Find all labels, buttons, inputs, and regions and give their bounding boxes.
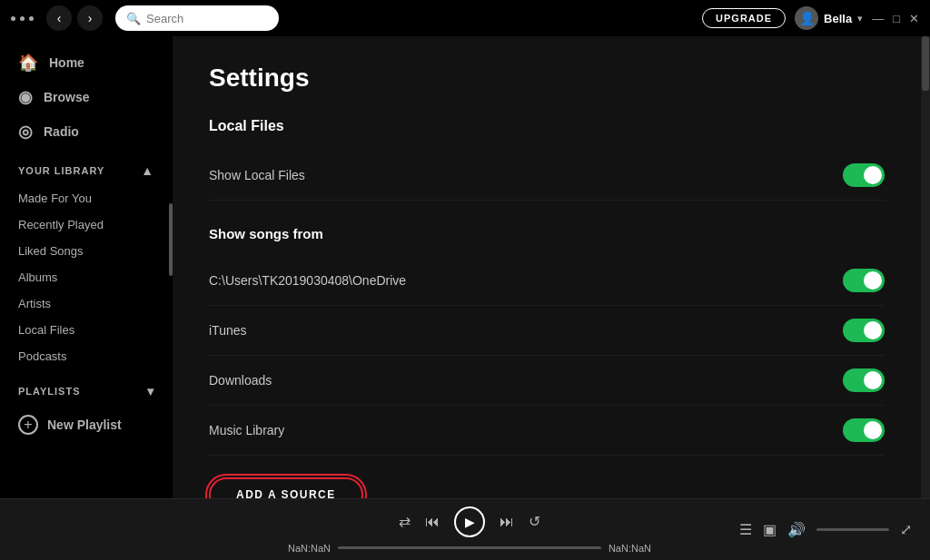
devices-button[interactable]: ▣: [763, 521, 777, 538]
close-button[interactable]: ✕: [909, 12, 919, 25]
previous-button[interactable]: ⏮: [425, 514, 440, 530]
page-title: Settings: [209, 64, 885, 93]
show-songs-section: Show songs from C:\Users\TK2019030408\On…: [209, 226, 885, 498]
titlebar-left: ‹ › 🔍: [11, 5, 279, 31]
playlists-section-label: PLAYLISTS: [18, 386, 81, 397]
toggle-thumb: [864, 321, 882, 339]
forward-button[interactable]: ›: [77, 5, 103, 31]
sidebar-item-liked-songs[interactable]: Liked Songs: [11, 238, 162, 264]
dots-menu[interactable]: [11, 16, 34, 21]
source-row-0: C:\Users\TK2019030408\OneDrive: [209, 256, 885, 306]
source-label-2: Downloads: [209, 373, 272, 388]
user-area[interactable]: 👤 Bella ▾: [795, 6, 863, 30]
chevron-down-icon: ▾: [857, 13, 863, 25]
progress-bar[interactable]: [338, 546, 601, 549]
next-button[interactable]: ⏭: [500, 514, 514, 530]
source-label-0: C:\Users\TK2019030408\OneDrive: [209, 273, 406, 288]
upgrade-button[interactable]: UPGRADE: [702, 8, 786, 28]
new-playlist-button[interactable]: + New Playlist: [0, 406, 173, 444]
search-input[interactable]: [146, 12, 268, 25]
progress-bar-container: NaN:NaN NaN:NaN: [288, 543, 651, 554]
show-songs-from-label: Show songs from: [209, 226, 885, 241]
sidebar-item-label: Home: [49, 55, 84, 70]
avatar: 👤: [795, 6, 818, 30]
library-links: Made For You Recently Played Liked Songs…: [0, 185, 173, 369]
sidebar-item-home[interactable]: 🏠 Home: [11, 45, 162, 80]
source-toggle-1[interactable]: [843, 319, 885, 342]
radio-icon: ◎: [18, 122, 33, 142]
play-button[interactable]: ▶: [454, 506, 485, 537]
sidebar-item-label: Browse: [44, 90, 90, 104]
collapse-icon[interactable]: ▲: [141, 163, 154, 178]
local-files-section-title: Local Files: [209, 118, 885, 134]
library-section-label: YOUR LIBRARY: [18, 165, 104, 176]
source-toggle-3[interactable]: [843, 418, 885, 442]
player-right: ☰ ▣ 🔊 ⤢: [739, 521, 912, 538]
volume-icon[interactable]: 🔊: [787, 521, 806, 538]
toggle-thumb: [864, 371, 882, 389]
source-row-1: iTunes: [209, 306, 885, 356]
add-source-button[interactable]: ADD A SOURCE: [209, 477, 363, 498]
source-toggle-0[interactable]: [843, 269, 885, 292]
sidebar-item-recently-played[interactable]: Recently Played: [11, 211, 162, 238]
playlists-section-header: PLAYLISTS ▾: [0, 369, 173, 406]
show-local-files-label: Show Local Files: [209, 168, 305, 182]
library-section-header: YOUR LIBRARY ▲: [0, 149, 173, 185]
repeat-button[interactable]: ↺: [529, 513, 540, 530]
time-left: NaN:NaN: [288, 543, 331, 554]
user-name: Bella: [824, 12, 852, 25]
home-icon: 🏠: [18, 53, 38, 73]
toggle-thumb: [864, 166, 882, 184]
source-row-2: Downloads: [209, 356, 885, 406]
search-bar[interactable]: 🔍: [115, 5, 279, 31]
settings-content: Settings Local Files Show Local Files Sh…: [173, 36, 921, 498]
plus-icon: +: [18, 415, 38, 435]
fullscreen-button[interactable]: ⤢: [900, 521, 912, 538]
titlebar: ‹ › 🔍 UPGRADE 👤 Bella ▾ — □ ✕: [0, 0, 930, 36]
new-playlist-label: New Playlist: [47, 418, 122, 432]
player-controls: ⇄ ⏮ ▶ ⏭ ↺ NaN:NaN NaN:NaN: [200, 506, 739, 554]
show-local-files-toggle[interactable]: [843, 163, 885, 187]
sidebar-item-browse[interactable]: ◉ Browse: [11, 80, 162, 114]
sidebar-item-albums[interactable]: Albums: [11, 264, 162, 290]
scrollbar-thumb: [922, 36, 929, 91]
shuffle-button[interactable]: ⇄: [399, 513, 411, 530]
sidebar: 🏠 Home ◉ Browse ◎ Radio YOUR LIBRARY ▲ M…: [0, 36, 173, 498]
sidebar-item-radio[interactable]: ◎ Radio: [11, 114, 162, 149]
titlebar-right: UPGRADE 👤 Bella ▾ — □ ✕: [702, 6, 919, 30]
sidebar-nav: 🏠 Home ◉ Browse ◎ Radio: [0, 45, 173, 149]
source-row-3: Music Library: [209, 406, 885, 456]
sidebar-item-made-for-you[interactable]: Made For You: [11, 185, 162, 211]
browse-icon: ◉: [18, 87, 33, 107]
show-local-files-row: Show Local Files: [209, 151, 885, 201]
window-controls: — □ ✕: [872, 12, 919, 25]
sidebar-item-artists[interactable]: Artists: [11, 290, 162, 317]
source-toggle-2[interactable]: [843, 368, 885, 392]
right-scrollbar[interactable]: [921, 36, 930, 498]
queue-button[interactable]: ☰: [739, 521, 752, 538]
search-icon: 🔍: [126, 12, 141, 25]
time-right: NaN:NaN: [608, 543, 651, 554]
nav-arrows: ‹ ›: [46, 5, 103, 31]
toggle-thumb: [864, 271, 882, 290]
back-button[interactable]: ‹: [46, 5, 72, 31]
sidebar-item-label: Radio: [44, 124, 79, 139]
toggle-thumb: [864, 421, 882, 439]
source-label-1: iTunes: [209, 323, 247, 338]
expand-icon[interactable]: ▾: [147, 384, 154, 398]
player-buttons: ⇄ ⏮ ▶ ⏭ ↺: [399, 506, 540, 537]
main-layout: 🏠 Home ◉ Browse ◎ Radio YOUR LIBRARY ▲ M…: [0, 36, 930, 498]
sidebar-item-local-files[interactable]: Local Files: [11, 317, 162, 343]
player-bar: ⇄ ⏮ ▶ ⏭ ↺ NaN:NaN NaN:NaN ☰ ▣ 🔊 ⤢: [0, 498, 930, 560]
sidebar-item-podcasts[interactable]: Podcasts: [11, 343, 162, 369]
source-label-3: Music Library: [209, 423, 284, 437]
volume-bar[interactable]: [816, 528, 889, 531]
maximize-button[interactable]: □: [893, 12, 900, 25]
minimize-button[interactable]: —: [872, 12, 884, 25]
